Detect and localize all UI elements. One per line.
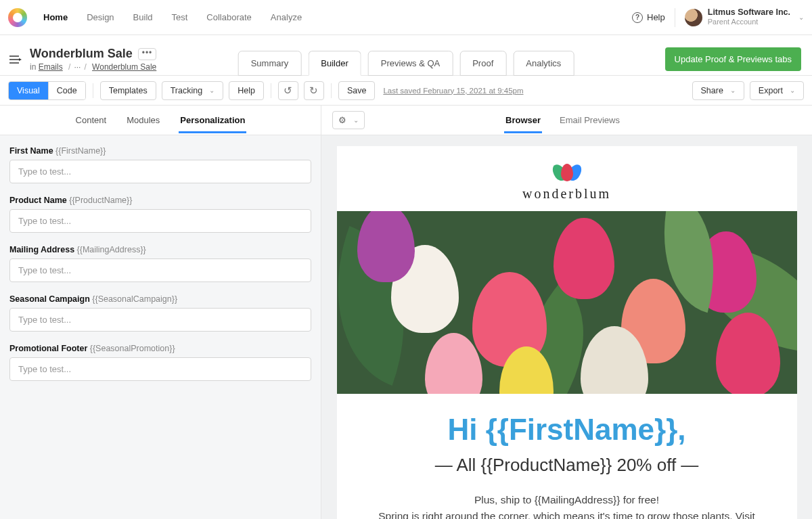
breadcrumb: in Emails /···/ Wonderblum Sale — [30, 62, 156, 72]
promotional-footer-input[interactable] — [9, 357, 311, 381]
tab-builder[interactable]: Builder — [308, 51, 361, 76]
personalization-fields: First Name {{FirstName}} Product Name {{… — [0, 135, 321, 404]
hero-image — [337, 211, 797, 394]
field-token: {{ProductName}} — [69, 196, 132, 205]
field-label: Product Name — [9, 196, 67, 205]
field-promotional-footer: Promotional Footer {{SeasonalPromotion}} — [9, 344, 311, 381]
sidebar-toggle-icon[interactable] — [5, 46, 26, 73]
chevron-down-icon: ⌄ — [209, 87, 215, 94]
email-body-line: Spring is right around the corner, which… — [360, 508, 774, 519]
wonderblum-logo-icon — [552, 158, 582, 181]
preview-tab-browser[interactable]: Browser — [504, 107, 542, 133]
page-header: Wonderblum Sale ••• in Emails /···/ Wond… — [0, 35, 812, 76]
nav-design[interactable]: Design — [87, 12, 114, 22]
chevron-down-icon: ⌄ — [353, 116, 359, 124]
tracking-label: Tracking — [171, 86, 202, 95]
update-proof-button[interactable]: Update Proof & Previews tabs — [665, 47, 801, 71]
preview-tab-email-previews[interactable]: Email Previews — [558, 107, 621, 133]
brand-name: wonderblum — [337, 186, 797, 202]
field-token: {{SeasonalCampaign}} — [92, 294, 177, 304]
top-nav: Home Design Build Test Collaborate Analy… — [0, 0, 812, 35]
left-panel: Content Modules Personalization First Na… — [0, 106, 321, 519]
share-button[interactable]: Share ⌄ — [692, 81, 744, 100]
panel-tab-personalization[interactable]: Personalization — [179, 107, 246, 133]
field-seasonal-campaign: Seasonal Campaign {{SeasonalCampaign}} — [9, 294, 311, 332]
panel-tab-content[interactable]: Content — [74, 107, 108, 133]
breadcrumb-current[interactable]: Wonderblum Sale — [92, 62, 156, 72]
view-mode-segment: Visual Code — [8, 81, 86, 100]
email-greeting: Hi {{FirstName}}, — [337, 413, 797, 447]
field-label: Promotional Footer — [9, 344, 87, 353]
field-label: First Name — [9, 146, 53, 156]
field-first-name: First Name {{FirstName}} — [9, 146, 311, 183]
code-mode-button[interactable]: Code — [48, 82, 85, 99]
workspace: Content Modules Personalization First Na… — [0, 106, 812, 519]
field-product-name: Product Name {{ProductName}} — [9, 196, 311, 233]
preview-panel: ⚙ ⌄ Browser Email Previews wonderblum — [321, 106, 812, 519]
page-title: Wonderblum Sale — [30, 47, 133, 61]
last-saved-text: Last saved February 15, 2021 at 9:45pm — [383, 87, 523, 95]
field-token: {{MailingAddress}} — [77, 245, 146, 254]
primary-nav: Home Design Build Test Collaborate Analy… — [43, 12, 632, 22]
preview-toolbar: ⚙ ⌄ Browser Email Previews — [321, 106, 812, 135]
chevron-down-icon: ⌄ — [798, 14, 804, 21]
breadcrumb-prefix: in — [30, 62, 36, 72]
tab-summary[interactable]: Summary — [238, 51, 302, 76]
account-sub: Parent Account — [708, 18, 790, 27]
preview-settings-button[interactable]: ⚙ ⌄ — [332, 111, 365, 129]
email-preview: wonderblum — [337, 146, 797, 519]
email-subhead: — All {{ProductName}} 20% off — — [337, 455, 797, 476]
email-brand: wonderblum — [337, 158, 797, 202]
panel-tab-modules[interactable]: Modules — [125, 107, 161, 133]
divider — [675, 8, 675, 27]
nav-home[interactable]: Home — [43, 12, 68, 22]
preview-tabs: Browser Email Previews — [504, 107, 621, 133]
save-button[interactable]: Save — [338, 81, 376, 100]
field-token: {{FirstName}} — [55, 146, 106, 156]
more-actions-button[interactable]: ••• — [138, 48, 157, 60]
breadcrumb-emails[interactable]: Emails — [39, 62, 63, 72]
product-name-input[interactable] — [9, 209, 311, 233]
seasonal-campaign-input[interactable] — [9, 308, 311, 332]
share-label: Share — [701, 86, 723, 95]
nav-build[interactable]: Build — [133, 12, 153, 22]
chevron-down-icon: ⌄ — [730, 87, 736, 94]
litmus-logo-icon — [8, 8, 27, 27]
help-icon: ? — [632, 12, 643, 23]
tracking-button[interactable]: Tracking ⌄ — [162, 81, 223, 100]
account-name: Litmus Software Inc. — [708, 7, 790, 18]
panel-tabs: Content Modules Personalization — [0, 106, 321, 135]
nav-collaborate[interactable]: Collaborate — [206, 12, 252, 22]
avatar — [685, 9, 702, 26]
preview-canvas[interactable]: wonderblum — [321, 135, 812, 519]
email-body: Plus, ship to {{MailingAddress}} for fre… — [337, 492, 797, 519]
field-label: Mailing Address — [9, 245, 74, 254]
main-tabs: Summary Builder Previews & QA Proof Anal… — [238, 51, 574, 76]
field-label: Seasonal Campaign — [9, 294, 90, 304]
templates-button[interactable]: Templates — [100, 81, 156, 100]
nav-analyze[interactable]: Analyze — [271, 12, 302, 22]
gear-icon: ⚙ — [338, 115, 346, 125]
tab-previews-qa[interactable]: Previews & QA — [368, 51, 453, 76]
redo-button[interactable]: ↻ — [304, 81, 324, 100]
chevron-down-icon: ⌄ — [790, 87, 795, 94]
mailing-address-input[interactable] — [9, 258, 311, 282]
builder-toolbar: Visual Code Templates Tracking ⌄ Help ↺ … — [0, 76, 812, 106]
help-button[interactable]: Help — [229, 81, 264, 100]
email-body-line: Plus, ship to {{MailingAddress}} for fre… — [360, 492, 774, 508]
field-token: {{SeasonalPromotion}} — [90, 344, 175, 353]
help-label: Help — [647, 12, 665, 22]
tab-proof[interactable]: Proof — [459, 51, 506, 76]
account-menu[interactable]: Litmus Software Inc. Parent Account ⌄ — [685, 7, 804, 27]
undo-button[interactable]: ↺ — [278, 81, 298, 100]
tab-analytics[interactable]: Analytics — [513, 51, 574, 76]
field-mailing-address: Mailing Address {{MailingAddress}} — [9, 245, 311, 282]
export-label: Export — [759, 86, 783, 95]
nav-test[interactable]: Test — [172, 12, 188, 22]
visual-mode-button[interactable]: Visual — [9, 82, 48, 99]
help-link[interactable]: ? Help — [632, 12, 665, 23]
export-button[interactable]: Export ⌄ — [750, 81, 804, 100]
first-name-input[interactable] — [9, 160, 311, 183]
